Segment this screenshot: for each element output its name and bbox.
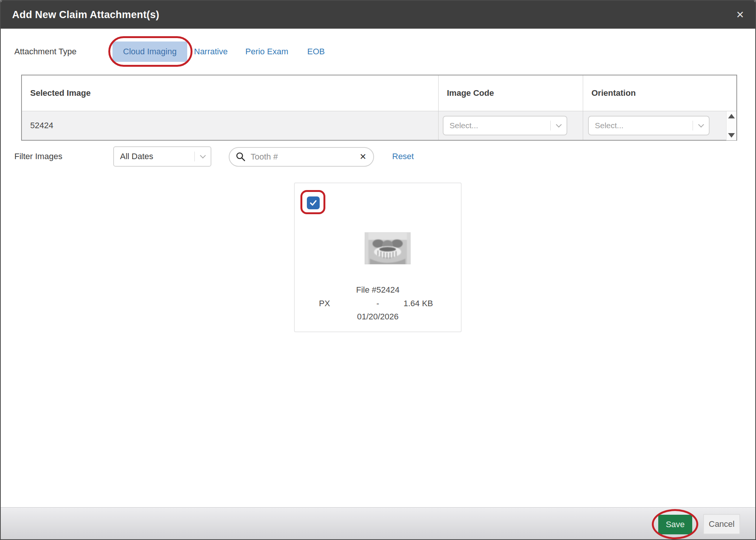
column-header-selected-image: Selected Image — [22, 75, 438, 111]
tab-perio-exam[interactable]: Perio Exam — [245, 41, 288, 62]
add-claim-attachments-dialog: Add New Claim Attachment(s) ✕ Attachment… — [0, 0, 756, 540]
chevron-down-icon — [693, 124, 709, 127]
date-filter-select[interactable]: All Dates — [113, 146, 211, 167]
cancel-button[interactable]: Cancel — [703, 514, 740, 534]
orientation-select-value: Select... — [589, 121, 693, 130]
attachment-type-row: Attachment Type Cloud Imaging Narrative … — [1, 41, 755, 62]
clear-search-icon[interactable]: ✕ — [360, 152, 366, 162]
orientation-cell: Select... — [583, 111, 736, 140]
scroll-up-icon[interactable] — [728, 114, 735, 118]
file-size-label: 1.64 KB — [403, 299, 433, 308]
image-code-select[interactable]: Select... — [443, 116, 567, 135]
tooth-search-box: ✕ — [229, 147, 374, 167]
tab-cloud-imaging[interactable]: Cloud Imaging — [112, 41, 187, 62]
attachment-type-label: Attachment Type — [14, 41, 77, 62]
tab-eob[interactable]: EOB — [307, 41, 325, 62]
checkmark-icon — [309, 198, 318, 207]
filter-row: Filter Images All Dates ✕ Reset — [1, 146, 755, 167]
file-label: File #52424 — [295, 285, 461, 295]
tooth-search-input[interactable] — [251, 152, 360, 162]
meta-separator: - — [295, 299, 461, 308]
reset-link[interactable]: Reset — [392, 146, 414, 167]
file-meta-row: PX - 1.64 KB — [295, 299, 461, 309]
close-icon[interactable]: ✕ — [731, 1, 749, 29]
scroll-down-icon[interactable] — [728, 133, 735, 138]
table-scrollbar[interactable] — [726, 111, 736, 140]
image-checkbox-checked[interactable] — [307, 196, 320, 209]
chevron-down-icon — [195, 155, 211, 158]
column-header-orientation: Orientation — [583, 75, 736, 111]
file-date-label: 01/20/2026 — [295, 312, 461, 322]
column-header-image-code: Image Code — [438, 75, 583, 111]
image-code-cell: Select... — [438, 111, 583, 140]
dialog-title: Add New Claim Attachment(s) — [12, 9, 159, 21]
table-header-row: Selected Image Image Code Orientation — [22, 75, 736, 111]
selected-image-cell: 52424 — [22, 111, 438, 140]
selected-image-value: 52424 — [22, 121, 53, 130]
save-button[interactable]: Save — [658, 515, 692, 534]
orientation-select[interactable]: Select... — [588, 116, 710, 135]
selected-images-table: Selected Image Image Code Orientation 52… — [21, 75, 737, 141]
date-filter-value: All Dates — [114, 152, 194, 161]
dialog-footer: Save Cancel — [1, 507, 755, 539]
search-icon — [236, 152, 246, 162]
panoramic-xray-thumbnail — [365, 232, 411, 264]
image-card[interactable]: File #52424 PX - 1.64 KB 01/20/2026 — [294, 183, 462, 332]
dialog-header: Add New Claim Attachment(s) ✕ — [1, 1, 755, 29]
table-row: 52424 Select... Select... — [22, 111, 736, 140]
image-code-select-value: Select... — [443, 121, 550, 130]
chevron-down-icon — [551, 124, 567, 127]
filter-images-label: Filter Images — [14, 146, 62, 167]
tab-narrative[interactable]: Narrative — [194, 41, 228, 62]
